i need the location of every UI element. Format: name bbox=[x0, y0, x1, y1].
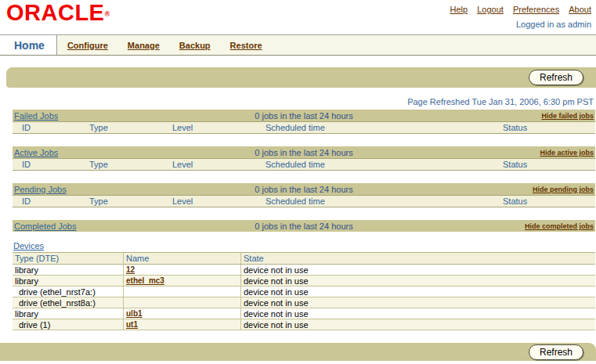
hide-completed-jobs-link[interactable]: Hide completed jobs bbox=[525, 222, 595, 230]
pending-jobs-section: Pending Jobs 0 jobs in the last 24 hours… bbox=[13, 183, 595, 207]
devices-table: Type (DTE) Name State library 12 device … bbox=[13, 252, 595, 330]
hide-failed-jobs-link[interactable]: Hide failed jobs bbox=[541, 112, 595, 120]
completed-jobs-count: 0 jobs in the last 24 hours bbox=[13, 222, 595, 231]
failed-jobs-count: 0 jobs in the last 24 hours bbox=[13, 111, 595, 121]
active-jobs-section: Active Jobs 0 jobs in the last 24 hours … bbox=[13, 146, 595, 171]
device-name-link[interactable]: 12 bbox=[126, 265, 135, 274]
pending-jobs-column-headers: ID Type Level Scheduled time Status bbox=[13, 195, 595, 207]
completed-jobs-section: Completed Jobs 0 jobs in the last 24 hou… bbox=[13, 220, 595, 232]
refresh-button-bottom[interactable]: Refresh bbox=[529, 344, 583, 360]
failed-jobs-header-bar: Failed Jobs 0 jobs in the last 24 hours … bbox=[13, 110, 595, 121]
device-state: device not in use bbox=[241, 297, 595, 308]
device-row: drive (ethel_nrst7a:) device not in use bbox=[13, 287, 595, 297]
header-right: Help Logout Preferences About Logged in … bbox=[442, 5, 591, 29]
col-header-type-dte: Type (DTE) bbox=[13, 253, 124, 264]
col-header-status: Status bbox=[501, 160, 595, 169]
active-jobs-column-headers: ID Type Level Scheduled time Status bbox=[13, 158, 595, 171]
device-row: library 12 device not in use bbox=[13, 265, 595, 276]
device-type: library bbox=[13, 265, 124, 275]
active-jobs-header-bar: Active Jobs 0 jobs in the last 24 hours … bbox=[13, 146, 595, 158]
active-jobs-count: 0 jobs in the last 24 hours bbox=[13, 148, 595, 157]
failed-jobs-link[interactable]: Failed Jobs bbox=[13, 111, 58, 121]
device-type: library bbox=[13, 276, 124, 286]
col-header-name: Name bbox=[124, 253, 241, 264]
registered-mark: ® bbox=[104, 10, 110, 18]
device-row: drive (1) ut1 device not in use bbox=[13, 319, 595, 330]
col-header-level: Level bbox=[171, 160, 264, 169]
device-row: drive (ethel_nrst8a:) device not in use bbox=[13, 297, 595, 308]
oracle-logo: ORACLE® bbox=[6, 1, 110, 24]
preferences-link[interactable]: Preferences bbox=[513, 5, 559, 14]
hide-active-jobs-link[interactable]: Hide active jobs bbox=[540, 149, 595, 157]
logout-link[interactable]: Logout bbox=[477, 5, 504, 14]
device-name-link[interactable]: ethel_mc3 bbox=[126, 276, 164, 285]
devices-section: Devices Type (DTE) Name State library 12… bbox=[13, 241, 595, 330]
device-type: drive (ethel_nrst7a:) bbox=[13, 287, 124, 297]
col-header-id: ID bbox=[13, 123, 88, 132]
tab-manage[interactable]: Manage bbox=[128, 41, 160, 50]
tab-configure[interactable]: Configure bbox=[67, 41, 108, 50]
about-link[interactable]: About bbox=[569, 5, 591, 14]
devices-link[interactable]: Devices bbox=[13, 241, 44, 250]
device-state: device not in use bbox=[241, 308, 595, 319]
col-header-scheduled-time: Scheduled time bbox=[264, 160, 501, 169]
device-type: drive (ethel_nrst8a:) bbox=[13, 297, 124, 308]
login-status: Logged in as admin bbox=[442, 20, 591, 29]
nav-links: Configure Manage Backup Restore bbox=[57, 35, 282, 55]
completed-jobs-header-bar: Completed Jobs 0 jobs in the last 24 hou… bbox=[13, 220, 595, 232]
col-header-level: Level bbox=[171, 123, 264, 132]
col-header-id: ID bbox=[13, 196, 88, 206]
hide-pending-jobs-link[interactable]: Hide pending jobs bbox=[533, 186, 595, 193]
oracle-logo-text: ORACLE bbox=[6, 0, 104, 25]
active-jobs-link[interactable]: Active Jobs bbox=[13, 148, 58, 157]
device-type: library bbox=[13, 308, 124, 319]
page-refreshed-text: Page Refreshed Tue Jan 31, 2006, 6:30 pm… bbox=[0, 97, 594, 107]
devices-column-headers: Type (DTE) Name State bbox=[13, 253, 595, 265]
device-state: device not in use bbox=[241, 265, 595, 275]
device-state: device not in use bbox=[241, 319, 595, 330]
col-header-type: Type bbox=[88, 196, 171, 206]
global-links: Help Logout Preferences About bbox=[442, 5, 591, 14]
device-row: library ethel_mc3 device not in use bbox=[13, 276, 595, 287]
bottom-action-bar: Refresh bbox=[0, 343, 596, 361]
pending-jobs-link[interactable]: Pending Jobs bbox=[13, 185, 67, 194]
device-state: device not in use bbox=[241, 276, 595, 286]
failed-jobs-column-headers: ID Type Level Scheduled time Status bbox=[13, 121, 595, 134]
device-type: drive (1) bbox=[13, 319, 124, 330]
col-header-scheduled-time: Scheduled time bbox=[264, 196, 501, 206]
col-header-id: ID bbox=[13, 160, 88, 169]
refresh-button-top[interactable]: Refresh bbox=[529, 70, 583, 85]
col-header-status: Status bbox=[501, 123, 595, 132]
col-header-scheduled-time: Scheduled time bbox=[264, 123, 501, 132]
failed-jobs-section: Failed Jobs 0 jobs in the last 24 hours … bbox=[13, 110, 595, 134]
col-header-state: State bbox=[241, 253, 595, 264]
device-name-link[interactable]: ut1 bbox=[126, 320, 138, 329]
tab-home[interactable]: Home bbox=[0, 35, 57, 55]
device-state: device not in use bbox=[241, 287, 595, 297]
page-header: ORACLE® Help Logout Preferences About Lo… bbox=[0, 0, 596, 34]
help-link[interactable]: Help bbox=[450, 5, 468, 14]
pending-jobs-header-bar: Pending Jobs 0 jobs in the last 24 hours… bbox=[13, 183, 595, 195]
device-row: library ulb1 device not in use bbox=[13, 308, 595, 319]
device-name-link[interactable]: ulb1 bbox=[126, 309, 143, 318]
completed-jobs-link[interactable]: Completed Jobs bbox=[13, 222, 77, 231]
pending-jobs-count: 0 jobs in the last 24 hours bbox=[13, 185, 595, 194]
tab-restore[interactable]: Restore bbox=[230, 41, 262, 50]
tab-backup[interactable]: Backup bbox=[179, 41, 211, 50]
top-action-bar: Refresh bbox=[6, 67, 596, 88]
nav-tab-bar: Home Configure Manage Backup Restore bbox=[0, 34, 596, 56]
col-header-type: Type bbox=[88, 123, 171, 132]
col-header-level: Level bbox=[171, 196, 264, 206]
main-content: Failed Jobs 0 jobs in the last 24 hours … bbox=[13, 110, 595, 330]
col-header-status: Status bbox=[501, 196, 595, 206]
osb-home-page: ORACLE® Help Logout Preferences About Lo… bbox=[0, 0, 596, 364]
col-header-type: Type bbox=[88, 160, 171, 169]
